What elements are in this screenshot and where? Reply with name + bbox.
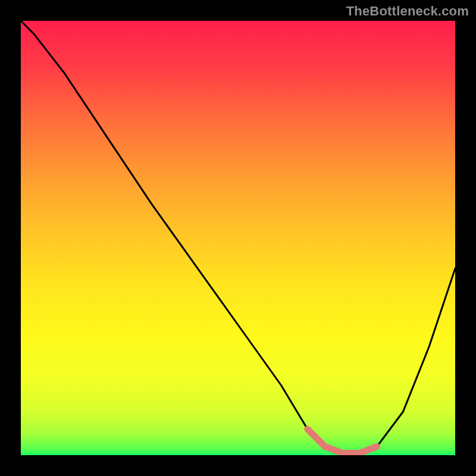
plot-svg	[21, 21, 455, 455]
chart-frame: TheBottleneck.com	[0, 0, 476, 476]
bottleneck-plot	[21, 21, 455, 455]
gradient-background	[21, 21, 455, 455]
watermark: TheBottleneck.com	[346, 4, 469, 19]
